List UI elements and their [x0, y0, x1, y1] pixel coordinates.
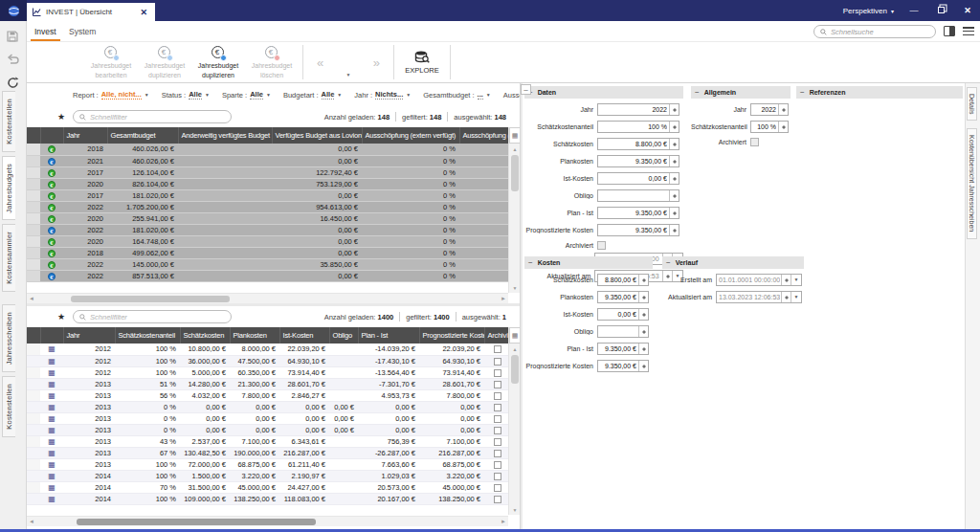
budget-row[interactable]: € 2018 460.026,00 € 0,00 € 0 %	[27, 144, 508, 155]
collapse-panel-button[interactable]: –	[521, 84, 531, 95]
archiviert-checkbox[interactable]	[494, 404, 501, 411]
archiviert-checkbox[interactable]	[597, 241, 606, 250]
archiviert-checkbox[interactable]	[494, 392, 501, 400]
column-header[interactable]: Anderweitig verfügtes Budget	[178, 127, 272, 144]
budget-row[interactable]: € 2021 460.026,00 € 0,00 € 0 %	[27, 155, 508, 166]
nav-back-icon[interactable]: «	[317, 55, 323, 70]
number-input[interactable]: 0,00 €	[597, 172, 679, 185]
budget-row[interactable]: € 2018 499.062,00 € 0,00 € 0 %	[27, 247, 508, 258]
jahresscheibe-row[interactable]: ▦ 2013 0 % 0,00 € 0,00 € 0,00 € 0,00 € 0…	[27, 401, 508, 412]
row-selector-header[interactable]	[27, 127, 40, 144]
scroll-thumb[interactable]	[77, 519, 316, 525]
number-input[interactable]: 9.350,00 €	[597, 360, 649, 372]
column-header[interactable]: Jahr	[63, 127, 107, 144]
collapse-icon[interactable]: −	[800, 89, 805, 97]
column-header[interactable]: Jahr	[63, 327, 115, 344]
budget-row[interactable]: € 2020 255.941,00 € 16.450,00 € 0 %	[27, 212, 508, 224]
archiviert-checkbox[interactable]	[494, 461, 501, 469]
archiviert-checkbox[interactable]	[494, 345, 501, 353]
left-dock-tab[interactable]: Jahresbudgets	[2, 156, 15, 221]
toolbar-button[interactable]: € Jahresbudget bearbeiten	[84, 42, 138, 82]
spinner-icon[interactable]	[669, 122, 679, 132]
favorite-filter-icon[interactable]: ★	[57, 312, 65, 321]
horizontal-scrollbar-lower[interactable]: ◄ ►	[27, 516, 508, 526]
budget-row[interactable]: € 2020 826.104,00 € 753.129,00 € 0 %	[27, 178, 508, 189]
spinner-icon[interactable]	[669, 104, 679, 115]
budget-row[interactable]: € 2022 857.513,00 € 0,00 € 0 %	[27, 270, 508, 281]
budget-row[interactable]: € 2022 181.020,00 € 0,00 € 0 %	[27, 224, 508, 235]
spinner-icon[interactable]	[638, 361, 648, 371]
jahresscheibe-row[interactable]: ▦ 2012 100 % 36.000,00 € 47.500,00 € 64.…	[27, 355, 508, 366]
explore-button[interactable]: EXPLORE	[398, 42, 446, 82]
jahresscheibe-row[interactable]: ▦ 2014 70 % 31.500,00 € 45.000,00 € 24.4…	[27, 481, 508, 493]
column-header[interactable]: Prognostizierte Kosten	[419, 327, 484, 344]
column-header[interactable]: Ausschöpfung (verf	[459, 127, 508, 144]
archiviert-checkbox[interactable]	[494, 473, 501, 480]
scroll-thumb[interactable]	[511, 155, 519, 191]
filter-dropdown[interactable]: Status : Alle ▼	[162, 90, 210, 100]
perspektiven-menu[interactable]: Perspektiven ▾	[843, 7, 894, 15]
favorite-filter-icon[interactable]: ★	[57, 112, 65, 122]
icon-column-header[interactable]	[40, 327, 63, 344]
budget-row[interactable]: € 2017 181.020,00 € 0,00 € 0 %	[27, 189, 508, 201]
archiviert-checkbox[interactable]	[750, 138, 759, 146]
archiviert-checkbox[interactable]	[494, 484, 501, 492]
spinner-icon[interactable]	[638, 326, 648, 337]
column-header[interactable]: Ausschöpfung (extern verfügt)	[362, 127, 459, 144]
column-header[interactable]: Obligo	[329, 327, 358, 344]
minimize-button[interactable]: —	[907, 6, 921, 15]
spinner-icon[interactable]	[638, 309, 648, 320]
spinner-icon[interactable]	[638, 344, 648, 354]
left-dock-tab[interactable]: Jahresscheiben	[2, 304, 15, 372]
panel-layout-icon[interactable]	[944, 26, 955, 36]
spinner-icon[interactable]	[669, 208, 679, 218]
scroll-thumb[interactable]	[71, 296, 230, 302]
number-input[interactable]: 9.350,00 €	[597, 224, 679, 236]
column-header[interactable]: Ist-Kosten	[279, 327, 329, 344]
archiviert-checkbox[interactable]	[494, 496, 501, 503]
vertical-scrollbar-lower[interactable]: ▦ ▲ ▼	[508, 327, 520, 515]
spinner-icon[interactable]	[669, 139, 679, 149]
tab-close-icon[interactable]: ✕	[138, 8, 149, 17]
spinner-icon[interactable]	[781, 292, 791, 302]
number-input[interactable]: 0,00 €	[597, 308, 649, 321]
budget-row[interactable]: € 2022 145.000,00 € 35.850,00 € 0 %	[27, 258, 508, 270]
filter-dropdown[interactable]: Jahr : Nichts... ▼	[354, 90, 411, 100]
number-input[interactable]: 8.800,00 €	[597, 138, 679, 150]
scroll-thumb[interactable]	[511, 355, 519, 384]
calendar-dropdown-icon[interactable]: ▼	[791, 275, 801, 285]
number-input[interactable]: 9.350,00 €	[597, 207, 679, 219]
jahresscheibe-row[interactable]: ▦ 2013 100 % 72.000,00 € 68.875,00 € 61.…	[27, 458, 508, 470]
column-header[interactable]: Plan - Ist	[358, 327, 419, 344]
spinner-icon[interactable]	[638, 292, 648, 302]
collapse-icon[interactable]: −	[528, 259, 533, 267]
collapse-icon[interactable]: −	[666, 259, 671, 267]
document-tab[interactable]: INVEST | Übersicht ✕	[27, 3, 155, 21]
refresh-icon[interactable]	[7, 77, 20, 90]
jahresscheibe-row[interactable]: ▦ 2013 67 % 130.482,50 € 190.000,00 € 21…	[27, 447, 508, 458]
jahresscheibe-row[interactable]: ▦ 2013 43 % 2.537,00 € 7.100,00 € 6.343,…	[27, 435, 508, 447]
spinner-icon[interactable]	[669, 190, 679, 201]
column-header[interactable]: Verfügtes Budget aus Lovion	[272, 127, 362, 144]
ribbon-tab-system[interactable]: System	[65, 21, 100, 42]
filter-dropdown[interactable]: Budgetart : Alle ▼	[283, 90, 342, 100]
datetime-input[interactable]: 01.01.0001 00:00:00 ▼	[716, 274, 802, 286]
nav-forward-icon[interactable]: »	[373, 55, 380, 70]
row-selector-header[interactable]	[27, 327, 40, 344]
jahresscheibe-row[interactable]: ▦ 2013 56 % 4.032,00 € 7.800,00 € 2.846,…	[27, 389, 508, 401]
column-header[interactable]: Schätzkosten	[180, 327, 230, 344]
jahresscheibe-row[interactable]: ▦ 2014 100 % 109.000,00 € 138.250,00 € 1…	[27, 493, 508, 504]
number-input[interactable]: 9.350,00 €	[597, 155, 679, 167]
number-input[interactable]: 9.350,00 €	[597, 343, 649, 355]
spinner-icon[interactable]	[638, 275, 648, 285]
filter-dropdown[interactable]: Sparte : Alle ▼	[222, 90, 271, 100]
right-dock-tab[interactable]: Details	[967, 87, 977, 121]
spinner-icon[interactable]	[778, 104, 788, 115]
quick-search-input[interactable]: Schnellsuche	[813, 25, 936, 38]
number-input[interactable]: 8.800,00 €	[597, 274, 649, 286]
column-header[interactable]: Plankosten	[230, 327, 279, 344]
calendar-dropdown-icon[interactable]: ▼	[791, 292, 801, 302]
left-dock-tab[interactable]: Kostenstellen	[2, 91, 15, 152]
jahresscheibe-row[interactable]: ▦ 2012 100 % 5.000,00 € 60.350,00 € 73.9…	[27, 366, 508, 378]
datetime-input[interactable]: 13.03.2023 12:06:53 ▼	[716, 291, 802, 303]
